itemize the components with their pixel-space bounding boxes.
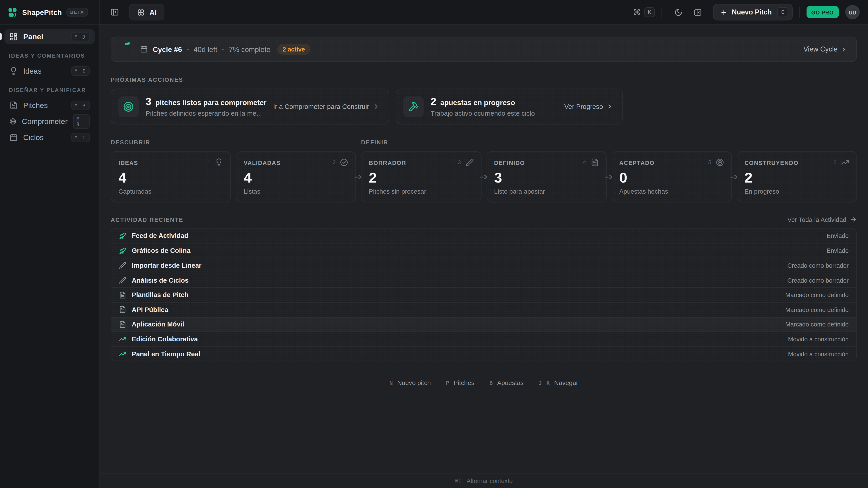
view-all-activity-link[interactable]: Ver Toda la Actividad [787,216,857,223]
trending-up-icon [841,158,849,166]
sidebar-nav: Panel M D IDEAS Y COMENTARIOS Ideas M I … [0,25,99,151]
panel-right-icon [693,8,702,17]
ai-button[interactable]: AI [129,4,164,20]
flow-arrow-icon [605,174,613,180]
activity-row[interactable]: Gráficos de Colina Enviado [111,243,856,258]
stat-card-validadas[interactable]: VALIDADAS 2 4 Listas [236,151,356,203]
view-cycle-label: View Cycle [803,45,837,53]
cycle-banner[interactable]: Cycle #6 40d left 7% complete 2 active V… [111,37,857,62]
rocket-icon [119,232,126,239]
keyboard-shortcuts: N Nuevo pitch P Pitches B Apuestas J K N… [111,380,857,386]
next-actions-title: PRÓXIMAS ACCIONES [111,76,857,83]
file-text-icon [119,306,126,313]
sidebar-collapse-button[interactable] [108,5,121,19]
stat-card-construyendo[interactable]: CONSTRUYENDO 6 2 En progreso [737,151,857,203]
panel-toggle-button[interactable] [691,6,704,19]
stat-card-aceptado[interactable]: ACEPTADO 5 0 Apuestas hechas [612,151,732,203]
stat-title: BORRADOR [369,159,406,166]
chevron-right-icon [840,46,848,53]
view-cycle-link[interactable]: View Cycle [803,45,847,53]
go-pro-button[interactable]: GO PRO [806,6,839,18]
shortcut-key: J [539,380,542,386]
shortcut-key: P [446,380,449,386]
shortcut-label: Nuevo pitch [397,380,431,386]
hammer-icon [408,101,419,112]
stat-value: 2 [369,170,473,185]
activity-row[interactable]: Importar desde Linear Creado como borrad… [111,258,856,273]
trending-up-icon [119,335,126,343]
shortcut-badge: M I [71,66,90,76]
sidebar: ShapePitch BETA Panel M D IDEAS Y COMENT… [0,0,100,488]
calendar-icon [140,45,148,53]
separator-dot [222,48,224,50]
activity-row[interactable]: Plantillas de Pitch Marcado como definid… [111,287,856,302]
shapepitch-logo-icon [7,7,18,18]
sidebar-item-comprometer[interactable]: Comprometer M B [4,114,95,128]
file-text-icon [119,321,126,328]
action-title: pitches listos para comprometer [155,98,267,107]
activity-row[interactable]: Aplicación Móvil Marcado como definido [111,317,856,331]
action-subtitle: Trabajo activo ocurriendo este ciclo [431,109,535,117]
separator-dot [187,48,188,50]
target-icon [123,101,134,112]
main-area: AI ⌘ K Nuevo Pitch C GO PRO U [100,0,868,488]
shortcut-badge: M C [71,133,90,142]
sidebar-item-label: Pitches [23,101,48,109]
stat-ordinal: 2 [333,159,336,165]
theme-toggle-button[interactable] [672,6,685,19]
action-link[interactable]: Ir a Comprometer para Construir [267,103,380,110]
ai-button-label: AI [149,8,157,17]
activity-row[interactable]: Feed de Actividad Enviado [111,228,856,243]
plus-icon [720,8,727,16]
activity-item-status: Movido a construcción [788,336,848,342]
activity-row[interactable]: Análisis de Ciclos Creado como borrador [111,273,856,287]
flow-arrow-icon [730,174,739,180]
stat-title: DEFINIDO [494,159,525,166]
action-link[interactable]: Ver Progreso [558,103,614,110]
sidebar-item-panel[interactable]: Panel M D [4,29,95,44]
new-pitch-label: Nuevo Pitch [732,8,772,16]
toggle-context-label[interactable]: Alternar contexto [467,477,513,484]
user-avatar[interactable]: UD [845,5,860,20]
sidebar-item-ideas[interactable]: Ideas M I [4,64,95,78]
activity-row[interactable]: Edición Colaborativa Movido a construcci… [111,331,856,346]
target-icon [716,158,724,166]
activity-item-title: Edición Colaborativa [132,335,198,343]
sidebar-item-label: Ideas [23,67,41,75]
activity-item-title: Aplicación Móvil [132,321,184,328]
activity-item-title: Gráficos de Colina [132,247,191,255]
sidebar-item-label: Comprometer [22,117,68,125]
stat-subtitle: Listas [244,188,348,195]
stat-subtitle: En progreso [744,188,849,195]
topbar-right: ⌘ K Nuevo Pitch C GO PRO UD [633,4,860,20]
action-card-comprometer[interactable]: 3 pitches listos para comprometer Pitche… [111,89,389,125]
sidebar-item-ciclos[interactable]: Ciclos M C [4,130,95,144]
calendar-icon [9,133,18,141]
stat-card-ideas[interactable]: IDEAS 1 4 Capturadas [111,151,231,203]
shortcut-badge: M B [73,113,90,129]
moon-icon [674,8,683,17]
topbar: AI ⌘ K Nuevo Pitch C GO PRO U [100,0,868,25]
command-k-key[interactable]: K [644,7,655,17]
stat-title: IDEAS [119,159,138,166]
cycle-title: Cycle #6 [153,45,182,54]
command-icon: ⌘ [633,8,641,17]
stat-value: 3 [494,170,599,185]
shortcut-hint: N Nuevo pitch [390,380,431,386]
activity-header: ACTIVIDAD RECIENTE Ver Toda la Actividad [111,216,857,223]
activity-item-status: Marcado como definido [785,306,848,313]
activity-item-status: Enviado [827,232,848,239]
stat-card-definido[interactable]: DEFINIDO 4 3 Listo para apostar [486,151,607,203]
activity-row[interactable]: Panel en Tiempo Real Movido a construcci… [111,346,856,361]
activity-row[interactable]: API Pública Marcado como definido [111,302,856,317]
lightbulb-icon [215,158,223,166]
app-logo[interactable]: ShapePitch BETA [0,0,99,25]
sidebar-item-label: Panel [23,32,43,41]
stat-value: 4 [119,170,223,185]
action-card-progreso[interactable]: 2 apuestas en progreso Trabajo activo oc… [396,89,623,125]
chevron-right-icon [373,103,380,110]
chevron-right-icon [607,103,614,110]
stat-card-borrador[interactable]: BORRADOR 3 2 Pitches sin procesar [361,151,482,203]
new-pitch-button[interactable]: Nuevo Pitch C [713,4,793,20]
sidebar-item-pitches[interactable]: Pitches M P [4,98,95,112]
